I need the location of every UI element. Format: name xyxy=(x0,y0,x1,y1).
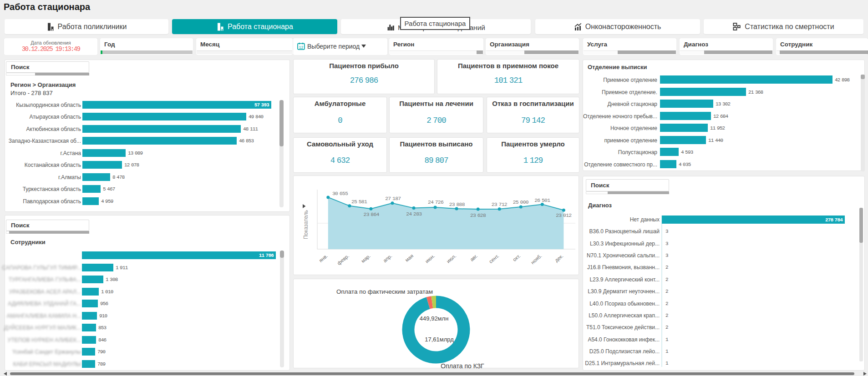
svg-text:сент.: сент. xyxy=(488,253,500,264)
svg-text:17,61млрд: 17,61млрд xyxy=(425,336,454,343)
svg-text:30 655: 30 655 xyxy=(332,191,348,196)
svg-text:окт.: окт. xyxy=(512,253,521,262)
svg-text:февр.: февр. xyxy=(336,253,350,266)
svg-text:Показатель: Показатель xyxy=(303,210,309,239)
svg-text:апр.: апр. xyxy=(382,253,393,263)
svg-text:24 726: 24 726 xyxy=(428,199,444,205)
svg-text:июн.: июн. xyxy=(424,253,436,264)
svg-text:23 888: 23 888 xyxy=(449,201,465,207)
svg-text:янв.: янв. xyxy=(318,253,329,263)
svg-text:23 712: 23 712 xyxy=(492,201,508,207)
svg-text:25 000: 25 000 xyxy=(513,199,529,205)
svg-text:авг.: авг. xyxy=(469,253,478,262)
svg-text:25 581: 25 581 xyxy=(351,199,367,205)
svg-text:Оплата по фактическим затратам: Оплата по фактическим затратам xyxy=(336,288,433,295)
svg-text:24 283: 24 283 xyxy=(406,211,422,217)
svg-text:Оплата по КЗГ: Оплата по КЗГ xyxy=(441,362,484,368)
svg-text:23 628: 23 628 xyxy=(470,212,486,218)
svg-text:июл.: июл. xyxy=(446,253,457,264)
svg-text:449,92млн: 449,92млн xyxy=(420,315,448,322)
svg-text:мар.: мар. xyxy=(360,253,371,264)
svg-text:26 501: 26 501 xyxy=(534,197,550,203)
svg-text:23 864: 23 864 xyxy=(364,211,380,217)
svg-text:нояб.: нояб. xyxy=(530,253,543,265)
svg-text:23 012: 23 012 xyxy=(556,212,572,218)
svg-text:дек.: дек. xyxy=(553,253,564,263)
svg-text:мая: мая xyxy=(404,253,415,263)
svg-text:27 187: 27 187 xyxy=(385,196,401,201)
svg-text:12: 12 xyxy=(299,45,304,50)
